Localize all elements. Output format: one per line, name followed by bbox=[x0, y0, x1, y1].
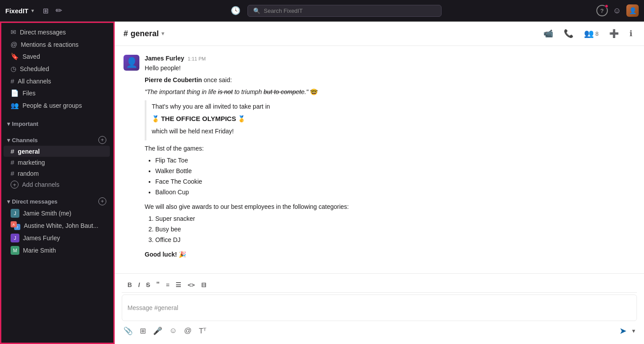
channels-list: # general # marketing # random + Add cha… bbox=[0, 146, 113, 190]
members-icon: 👥 bbox=[584, 29, 594, 38]
add-channels-btn[interactable]: + Add channels bbox=[4, 179, 110, 190]
add-member-btn[interactable]: ➕ bbox=[607, 27, 622, 40]
help-btn[interactable]: ? bbox=[596, 5, 608, 16]
dm-avatar-multi: A J bbox=[11, 221, 20, 230]
channels-section-header[interactable]: ▾ Channels + bbox=[0, 132, 113, 146]
channel-item-random[interactable]: # random bbox=[4, 168, 110, 179]
shortcuts-btn[interactable]: ⊞ bbox=[138, 325, 148, 336]
important-section-header[interactable]: ▾ Important bbox=[0, 117, 113, 129]
channel-name-label: general bbox=[131, 29, 159, 38]
good-luck: Good luck! 🎉 bbox=[145, 250, 635, 259]
info-btn[interactable]: ℹ bbox=[627, 27, 635, 40]
channel-item-general[interactable]: # general bbox=[4, 146, 110, 157]
video-btn[interactable]: ⊞ bbox=[41, 4, 50, 17]
blockquote-line3: which will be held next Friday! bbox=[152, 127, 635, 136]
sidebar-item-label: Scheduled bbox=[20, 65, 49, 72]
dm-item-austine-john[interactable]: A J Austine White, John Baut... bbox=[4, 219, 110, 232]
audio-btn[interactable]: 🎤 bbox=[151, 325, 164, 336]
send-dropdown-btn[interactable]: ▾ bbox=[630, 326, 637, 335]
member-count: 8 bbox=[595, 30, 599, 37]
channels-label: Channels bbox=[12, 137, 38, 144]
italic-btn[interactable]: I bbox=[136, 280, 142, 290]
channel-dropdown-icon: ▾ bbox=[161, 30, 164, 37]
message-input-box[interactable]: Message #general bbox=[122, 295, 637, 321]
blockquote-line1: That's why you are all invited to take p… bbox=[152, 102, 635, 111]
dm-item-jamie[interactable]: J Jamie Smith (me) bbox=[4, 207, 110, 219]
channel-name: random bbox=[18, 170, 38, 177]
message-avatar: 👤 bbox=[124, 55, 139, 71]
sidebar-item-direct-messages[interactable]: ✉ Direct messages bbox=[4, 26, 110, 38]
topbar-center: 🕓 🔍 bbox=[120, 4, 550, 17]
channels-chevron-icon: ▾ bbox=[7, 137, 10, 144]
message-line-hello: Hello people! bbox=[145, 64, 635, 73]
input-placeholder: Message #general bbox=[127, 304, 631, 311]
search-input[interactable] bbox=[264, 8, 436, 14]
sidebar-item-scheduled[interactable]: ◷ Scheduled bbox=[4, 63, 110, 75]
topbar-right: ? ☺ 👤 bbox=[550, 4, 639, 17]
list-item: Flip Tac Toe bbox=[155, 156, 635, 165]
workspace-label: FixedIT bbox=[5, 7, 29, 15]
code-btn[interactable]: <> bbox=[185, 280, 197, 290]
sidebar-item-label: All channels bbox=[18, 78, 51, 85]
channel-hash: # bbox=[124, 29, 128, 38]
blockquote: That's why you are all invited to take p… bbox=[145, 100, 635, 140]
sidebar-item-people-groups[interactable]: 👥 People & user groups bbox=[4, 99, 110, 112]
people-groups-icon: 👥 bbox=[11, 102, 19, 110]
list-item: Office DJ bbox=[155, 235, 635, 245]
add-channel-btn[interactable]: + bbox=[98, 136, 106, 144]
workspace-name[interactable]: FixedIT ▾ bbox=[5, 7, 34, 15]
code-block-btn[interactable]: ⊟ bbox=[199, 280, 209, 290]
dm-list: J Jamie Smith (me) A J Austine White, Jo… bbox=[0, 207, 113, 257]
search-bar[interactable]: 🔍 bbox=[247, 5, 442, 17]
message-author: James Furley bbox=[145, 55, 184, 62]
members-btn[interactable]: 👥 8 bbox=[581, 27, 601, 40]
saved-icon: 🔖 bbox=[11, 53, 19, 60]
format-btn[interactable]: Tᵀ bbox=[197, 325, 208, 336]
chat-header: # general ▾ 📹 📞 👥 8 ➕ ℹ bbox=[115, 22, 644, 46]
message-header: James Furley 1:11 PM bbox=[145, 55, 635, 62]
input-toolbar: B I S " ≡ ☰ <> ⊟ bbox=[122, 277, 637, 293]
mention-btn[interactable]: @ bbox=[182, 325, 193, 336]
attach-btn[interactable]: 📎 bbox=[122, 325, 135, 336]
list-item: Balloon Cup bbox=[155, 188, 635, 197]
send-btn[interactable]: ➤ bbox=[618, 325, 629, 337]
chat-messages: 👤 James Furley 1:11 PM Hello people! Pie… bbox=[115, 46, 644, 273]
audio-call-btn[interactable]: 📞 bbox=[561, 27, 576, 40]
channel-title[interactable]: # general ▾ bbox=[124, 29, 164, 38]
dm-name: James Furley bbox=[23, 234, 60, 242]
dm-item-james[interactable]: J James Furley bbox=[4, 232, 110, 244]
hash-icon: # bbox=[11, 159, 14, 166]
sidebar-item-all-channels[interactable]: # All channels bbox=[4, 75, 110, 87]
sidebar-item-saved[interactable]: 🔖 Saved bbox=[4, 50, 110, 63]
ordered-list-btn[interactable]: ≡ bbox=[164, 280, 172, 290]
avatar[interactable]: 👤 bbox=[626, 4, 639, 17]
dm-avatar-james: J bbox=[11, 234, 19, 242]
add-dm-btn[interactable]: + bbox=[98, 197, 106, 205]
dm-item-marie[interactable]: M Marie Smith bbox=[4, 244, 110, 257]
sidebar-item-label: Saved bbox=[22, 53, 40, 60]
history-btn[interactable]: 🕓 bbox=[229, 4, 242, 17]
chat-input-area: B I S " ≡ ☰ <> ⊟ Message #general 📎 ⊞ 🎤 … bbox=[115, 273, 644, 344]
main-area: ✉ Direct messages @ Mentions & reactions… bbox=[0, 22, 644, 344]
dm-section-header[interactable]: ▾ Direct messages + bbox=[0, 194, 113, 207]
search-icon: 🔍 bbox=[253, 8, 260, 14]
dm-name: Marie Smith bbox=[23, 247, 56, 254]
important-label: Important bbox=[12, 121, 38, 127]
channel-name: general bbox=[18, 148, 40, 155]
sidebar-item-files[interactable]: 📄 Files bbox=[4, 87, 110, 99]
compose-btn[interactable]: ✏ bbox=[54, 4, 64, 17]
emoji-input-btn[interactable]: ☺ bbox=[168, 325, 179, 336]
channel-item-marketing[interactable]: # marketing bbox=[4, 157, 110, 168]
emoji-btn[interactable]: ☺ bbox=[611, 4, 623, 17]
video-call-btn[interactable]: 📹 bbox=[541, 27, 556, 40]
strikethrough-btn[interactable]: S bbox=[144, 280, 152, 290]
quote-btn[interactable]: " bbox=[154, 279, 162, 291]
awards-list: Super snacker Busy bee Office DJ bbox=[145, 214, 635, 245]
sidebar-item-label: Mentions & reactions bbox=[21, 41, 79, 48]
hash-icon: # bbox=[11, 170, 14, 177]
unordered-list-btn[interactable]: ☰ bbox=[173, 280, 183, 290]
bold-btn[interactable]: B bbox=[125, 280, 134, 290]
sidebar-item-mentions-reactions[interactable]: @ Mentions & reactions bbox=[4, 38, 110, 50]
list-item: Super snacker bbox=[155, 214, 635, 223]
dm-chevron-icon: ▾ bbox=[7, 198, 10, 205]
